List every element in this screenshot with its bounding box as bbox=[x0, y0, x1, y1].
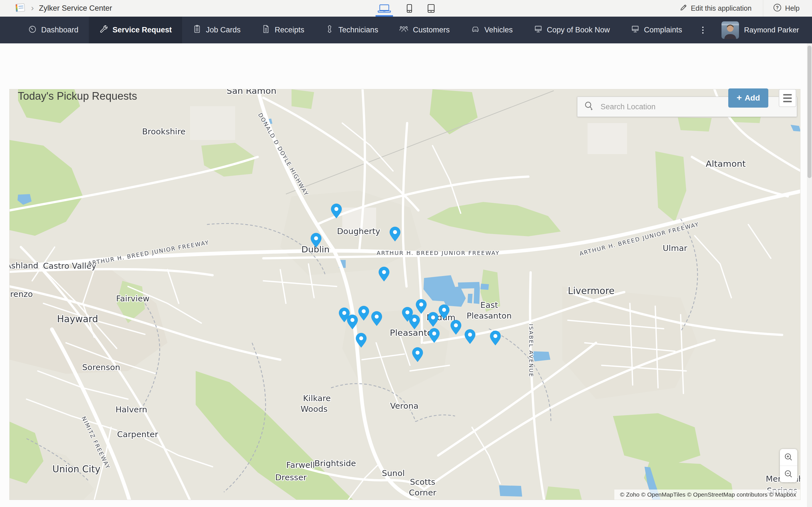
app-logo-icon[interactable] bbox=[14, 3, 26, 14]
nav-item-copy-of-book-now[interactable]: Copy of Book Now bbox=[523, 17, 620, 43]
map-label: ARTHUR H. BREED JUNIOR FREEWAY bbox=[377, 249, 500, 256]
map-label: Farwell bbox=[286, 460, 315, 470]
map-pin[interactable] bbox=[490, 331, 501, 345]
map-label: Ulmar bbox=[663, 243, 687, 253]
nav-item-receipts[interactable]: Receipts bbox=[251, 17, 315, 43]
nav-label: Complaints bbox=[644, 25, 682, 34]
page-title: Today's Pickup Requests bbox=[18, 90, 137, 102]
nav-label: Job Cards bbox=[206, 25, 241, 34]
nav-item-technicians[interactable]: Technicians bbox=[315, 17, 389, 43]
help-label: Help bbox=[785, 4, 800, 12]
top-bar: › Zylker Service Center bbox=[0, 0, 812, 17]
map-label: Fairview bbox=[116, 294, 150, 303]
add-button[interactable]: + Add bbox=[728, 89, 768, 108]
app-title[interactable]: Zylker Service Center bbox=[39, 4, 112, 13]
map-label: DONALD D DOYLE HIGHWAY bbox=[257, 112, 310, 197]
nav-label: Technicians bbox=[338, 25, 378, 34]
user-menu[interactable]: Raymond Parker bbox=[721, 17, 812, 43]
nav-item-service-request[interactable]: Service Request bbox=[89, 17, 182, 43]
nav-item-job-cards[interactable]: Job Cards bbox=[182, 17, 251, 43]
zoom-out-button[interactable] bbox=[780, 466, 797, 483]
map-label: San Ramon bbox=[227, 89, 276, 96]
user-name: Raymond Parker bbox=[744, 25, 799, 34]
help-button[interactable]: ? Help bbox=[773, 3, 812, 14]
map-label: Pleasanton bbox=[467, 311, 512, 321]
edit-application-label: Edit this application bbox=[691, 4, 751, 12]
nav-label: Customers bbox=[413, 25, 450, 34]
edit-application-button[interactable]: Edit this application bbox=[679, 4, 751, 13]
map-label: East bbox=[480, 300, 498, 310]
nav-label: Dashboard bbox=[41, 25, 79, 34]
map-label: Altamont bbox=[706, 159, 746, 169]
map-label: Carpenter bbox=[117, 430, 158, 439]
map-label: Brightside bbox=[314, 459, 356, 468]
map-label: Brookshire bbox=[142, 127, 186, 136]
map-label: Hayward bbox=[57, 314, 98, 325]
dashboard-gauge-icon bbox=[28, 24, 37, 36]
nav-item-dashboard[interactable]: Dashboard bbox=[17, 17, 89, 43]
page-header: Today's Pickup Requests + Add bbox=[0, 43, 812, 89]
main-nav: Dashboard Service Request Job Cards bbox=[0, 17, 812, 43]
monitor-icon bbox=[631, 24, 640, 36]
svg-text:?: ? bbox=[776, 5, 779, 10]
technician-tie-icon bbox=[325, 24, 334, 36]
map-label: Union City bbox=[52, 464, 101, 474]
job-card-icon bbox=[193, 24, 202, 36]
nav-item-customers[interactable]: Customers bbox=[389, 17, 460, 43]
map-label: Dresser bbox=[275, 473, 307, 482]
list-view-hamburger-button[interactable] bbox=[779, 89, 796, 107]
breadcrumb-chevron: › bbox=[31, 4, 34, 12]
map-label: Verona bbox=[390, 401, 419, 411]
monitor-icon bbox=[534, 24, 543, 36]
help-icon: ? bbox=[773, 3, 782, 14]
map-label: Scotts bbox=[410, 477, 435, 487]
customers-icon bbox=[399, 24, 409, 36]
map-pin[interactable] bbox=[378, 267, 389, 281]
map-pin[interactable] bbox=[465, 329, 475, 344]
device-switcher bbox=[377, 0, 435, 17]
map-basemap: San RamonBrookshireDoughertyDublinAshlan… bbox=[10, 89, 801, 500]
nav-label: Service Request bbox=[112, 25, 172, 34]
map-pin[interactable] bbox=[451, 320, 461, 335]
add-button-label: Add bbox=[745, 94, 760, 103]
nav-item-vehicles[interactable]: Vehicles bbox=[460, 17, 523, 43]
map-label: renzo bbox=[10, 289, 33, 299]
topbar-divider bbox=[763, 0, 763, 17]
page-scrollbar bbox=[807, 43, 812, 507]
vehicle-icon bbox=[470, 24, 480, 36]
device-laptop-icon[interactable] bbox=[377, 0, 392, 17]
map-canvas[interactable]: San RamonBrookshireDoughertyDublinAshlan… bbox=[9, 89, 801, 500]
receipt-icon bbox=[261, 24, 270, 36]
wrench-icon bbox=[99, 24, 108, 36]
search-icon bbox=[583, 101, 595, 113]
pencil-icon bbox=[679, 4, 688, 13]
map-label: Sorenson bbox=[82, 362, 120, 372]
map-label: Kilkare bbox=[303, 393, 331, 403]
zoom-in-button[interactable] bbox=[780, 449, 797, 466]
device-phone-icon[interactable] bbox=[406, 0, 412, 17]
map-label: ISABEL AVENUE bbox=[528, 324, 535, 378]
avatar bbox=[721, 21, 739, 39]
map-zoom-control bbox=[780, 449, 797, 482]
device-tablet-icon[interactable] bbox=[427, 0, 435, 17]
map-label: Sunol bbox=[382, 468, 405, 478]
map-label: Corner bbox=[409, 488, 437, 497]
nav-more-kebab-icon[interactable] bbox=[693, 17, 713, 43]
map-label: Dougherty bbox=[337, 226, 380, 236]
map-label: Woods bbox=[301, 404, 327, 414]
map-attribution: © Zoho © OpenMapTiles © OpenStreetMap co… bbox=[614, 490, 800, 500]
plus-icon: + bbox=[737, 93, 742, 103]
nav-label: Vehicles bbox=[485, 25, 513, 34]
nav-label: Receipts bbox=[274, 25, 304, 34]
scrollbar-thumb[interactable] bbox=[808, 46, 811, 178]
map-label: Halvern bbox=[116, 405, 147, 414]
map-label: Ashland bbox=[10, 261, 38, 270]
map-label: Livermore bbox=[568, 285, 615, 296]
nav-item-complaints[interactable]: Complaints bbox=[620, 17, 693, 43]
nav-label: Copy of Book Now bbox=[547, 25, 610, 34]
